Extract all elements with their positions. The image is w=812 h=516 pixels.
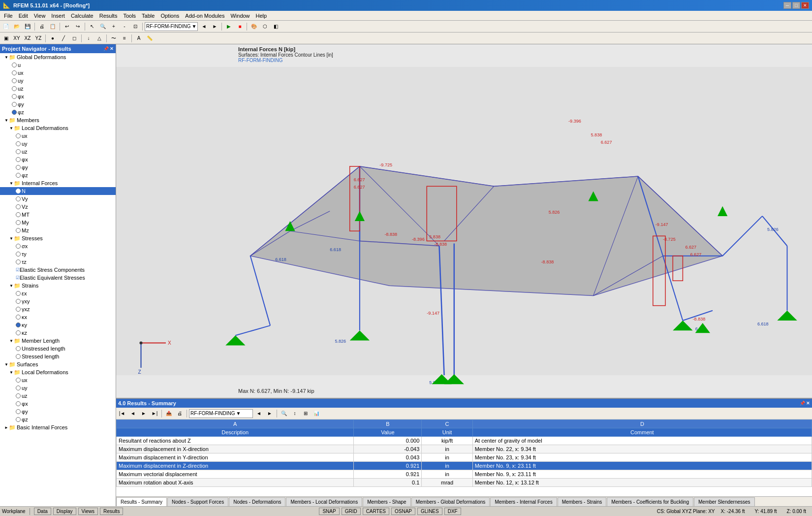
tree-sigma-x[interactable]: σx (0, 242, 116, 250)
zoom-in-btn[interactable]: + (109, 22, 119, 32)
tree-MT[interactable]: MT (0, 211, 116, 219)
open-btn[interactable]: 📂 (12, 22, 22, 32)
render-btn[interactable]: 🎨 (249, 22, 259, 32)
print-btn[interactable]: 🖨 (37, 22, 47, 32)
tree-stresses[interactable]: ▼ 📁 Stresses (0, 234, 116, 242)
pin-button[interactable]: 📌 (103, 46, 109, 51)
res-chart-btn[interactable]: 📊 (312, 409, 321, 419)
tree-surf-uy[interactable]: uy (0, 384, 116, 392)
res-grid-btn[interactable]: ⊞ (301, 409, 311, 419)
tree-members[interactable]: ▼ 📁 Members (0, 116, 116, 124)
redo-btn[interactable]: ↪ (73, 22, 83, 32)
tree-Mz[interactable]: Mz (0, 226, 116, 234)
tree-local-phiz[interactable]: φz (0, 171, 116, 179)
run-btn[interactable]: ▶ (224, 22, 234, 32)
tab-nodes-deform[interactable]: Nodes - Deformations (229, 497, 285, 506)
tree-surf-phix[interactable]: φx (0, 400, 116, 408)
menu-file[interactable]: File (1, 12, 16, 20)
tree-tau-z[interactable]: τz (0, 258, 116, 266)
menu-results[interactable]: Results (96, 12, 121, 20)
res-prev-btn[interactable]: ◄ (128, 409, 138, 419)
tab-members-global[interactable]: Members - Global Deformations (411, 497, 490, 506)
tab-members-strains[interactable]: Members - Strains (558, 497, 607, 506)
menu-tools[interactable]: Tools (120, 12, 139, 20)
tree-phiy[interactable]: φy (0, 100, 116, 108)
tree-elastic-stress[interactable]: ☑ Elastic Stress Components (0, 266, 116, 274)
tree-global-deformations[interactable]: ▼ 📁 Global Deformations (0, 53, 116, 61)
support-btn[interactable]: △ (94, 33, 104, 43)
tree-gamma-xy[interactable]: γxy (0, 297, 116, 305)
menu-insert[interactable]: Insert (48, 12, 68, 20)
results-table-container[interactable]: A B C D Description Value Unit Comment (116, 419, 812, 496)
minimize-button[interactable]: ─ (783, 2, 791, 9)
tree-surf-local-def[interactable]: ▼ 📁 Local Deformations (0, 368, 116, 376)
close-panel-button[interactable]: ✕ (110, 46, 114, 51)
res-nav-prev[interactable]: ◄ (254, 409, 264, 419)
tree-N[interactable]: N (0, 187, 116, 195)
member-btn[interactable]: ╱ (59, 33, 68, 43)
table-row[interactable]: Maximum rotation about X-axis 0.1 mrad M… (117, 479, 812, 487)
new-btn[interactable]: 📄 (1, 22, 11, 32)
nav-next-btn[interactable]: ► (210, 22, 219, 32)
tab-members-local[interactable]: Members - Local Deformations (286, 497, 362, 506)
res-print-btn[interactable]: 🖨 (175, 409, 185, 419)
tree-uz[interactable]: uz (0, 85, 116, 93)
tree-Vy[interactable]: Vy (0, 195, 116, 203)
restore-button[interactable]: □ (792, 2, 800, 9)
table-row[interactable]: Maximum vectorial displacement 0.921 in … (117, 470, 812, 479)
results-tab-btn[interactable]: Results (100, 508, 123, 515)
view3d-btn[interactable]: ▣ (1, 33, 11, 43)
tree-local-phiy[interactable]: φy (0, 163, 116, 171)
dxf-btn[interactable]: DXF (444, 508, 461, 515)
tree-surf-phiz[interactable]: φz (0, 416, 116, 423)
menu-view[interactable]: View (31, 12, 49, 20)
data-tab-btn[interactable]: Data (34, 508, 51, 515)
cartes-btn[interactable]: CARTES (363, 508, 389, 515)
tree-ux[interactable]: ux (0, 69, 116, 77)
res-sort-btn[interactable]: ↕ (290, 409, 300, 419)
tree-local-ux[interactable]: ux (0, 132, 116, 140)
res-filter-btn[interactable]: 🔍 (279, 409, 289, 419)
tree-local-uz[interactable]: uz (0, 148, 116, 156)
tree-kappa-x[interactable]: κx (0, 313, 116, 321)
tree-local-phix[interactable]: φx (0, 156, 116, 163)
tab-member-slender[interactable]: Member Slendernesses (694, 497, 755, 506)
table-row[interactable]: Maximum displacement in Y-direction 0.04… (117, 453, 812, 462)
module-dropdown[interactable]: RF-FORM-FINDING ▼ (145, 22, 198, 31)
tree-local-uy[interactable]: uy (0, 140, 116, 148)
fit-btn[interactable]: ⊡ (130, 22, 140, 32)
save-btn[interactable]: 💾 (23, 22, 32, 32)
stress-btn[interactable]: ≡ (120, 33, 129, 43)
measure-btn[interactable]: 📏 (145, 33, 155, 43)
close-results-button[interactable]: ✕ (806, 401, 810, 406)
tab-members-shape[interactable]: Members - Shape (363, 497, 410, 506)
viewxy-btn[interactable]: XY (12, 33, 22, 43)
tree-surfaces[interactable]: ▼ 📁 Surfaces (0, 360, 116, 368)
tree-surf-phiy[interactable]: φy (0, 408, 116, 416)
menu-table[interactable]: Table (139, 12, 157, 20)
tab-members-buckling[interactable]: Members - Coefficients for Buckling (607, 497, 693, 506)
tree-surf-ux[interactable]: ux (0, 376, 116, 384)
nav-prev-btn[interactable]: ◄ (199, 22, 209, 32)
menu-window[interactable]: Window (227, 12, 252, 20)
tree-internal-forces[interactable]: ▼ 📁 Internal Forces (0, 179, 116, 187)
menu-addons[interactable]: Add-on Modules (182, 12, 227, 20)
tab-nodes-support[interactable]: Nodes - Support Forces (167, 497, 228, 506)
undo-btn[interactable]: ↩ (62, 22, 72, 32)
menu-options[interactable]: Options (157, 12, 182, 20)
tree-unstressed[interactable]: Unstressed length (0, 345, 116, 353)
tree-My[interactable]: My (0, 219, 116, 226)
views-tab-btn[interactable]: Views (78, 508, 98, 515)
pin-results-button[interactable]: 📌 (800, 401, 805, 406)
surface-btn[interactable]: ◻ (69, 33, 79, 43)
tree-uy[interactable]: uy (0, 77, 116, 85)
res-export-btn[interactable]: 📤 (164, 409, 174, 419)
menu-edit[interactable]: Edit (16, 12, 31, 20)
res-module-dropdown[interactable]: RF-FORM-FINDING ▼ (189, 409, 253, 418)
table-row[interactable]: Resultant of reactions about Z 0.000 kip… (117, 437, 812, 445)
viewyz-btn[interactable]: YZ (33, 33, 43, 43)
deform-btn[interactable]: 〜 (109, 33, 119, 43)
annotation-btn[interactable]: A (134, 33, 144, 43)
tree-phix[interactable]: φx (0, 93, 116, 100)
res-next-btn[interactable]: ► (139, 409, 149, 419)
